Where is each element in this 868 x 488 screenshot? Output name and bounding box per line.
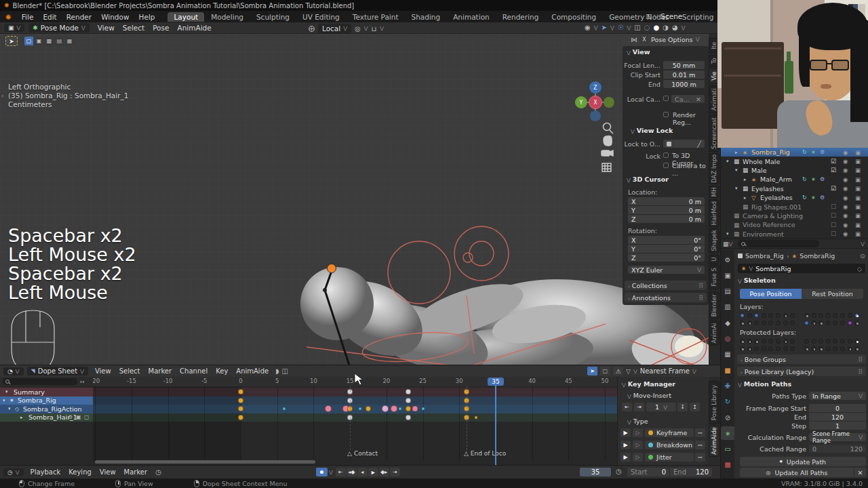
- cursor-section-header[interactable]: ⋁ 3D Cursor: [627, 176, 669, 183]
- render-camera-icon[interactable]: ▣: [855, 158, 861, 165]
- layer-toggle[interactable]: [804, 339, 809, 344]
- timeline-menu-playback[interactable]: Playback: [26, 468, 65, 476]
- outliner-row-eyelashes[interactable]: ▸▽Eyelashes↻∗⚙◉▣: [721, 193, 868, 202]
- layer-toggle[interactable]: [804, 346, 809, 351]
- workspace-tab-animation[interactable]: Animation: [447, 12, 496, 22]
- render-camera-icon[interactable]: ▣: [855, 185, 861, 192]
- keyframe[interactable]: [238, 398, 243, 403]
- collection-checkbox[interactable]: ☐: [831, 203, 836, 210]
- channel-arrow-icon[interactable]: ▾: [5, 389, 8, 394]
- layer-toggle[interactable]: [754, 313, 759, 318]
- delete-trash-icon[interactable]: ⎓: [695, 441, 705, 449]
- collapse-arrow-icon[interactable]: ▾: [726, 159, 729, 164]
- collection-checkbox[interactable]: ☐: [831, 230, 836, 237]
- mode-dropdown[interactable]: ✱ Pose Mode ⋁: [28, 23, 90, 33]
- cursor-rotation-z[interactable]: Z0°: [628, 253, 705, 262]
- pose-icon[interactable]: ∗: [811, 176, 816, 182]
- layer-toggle[interactable]: [854, 313, 859, 318]
- hide-eye-icon[interactable]: ◉: [843, 195, 848, 201]
- layer-grid-row[interactable]: [740, 312, 797, 318]
- pivot-icon[interactable]: ◎: [355, 25, 361, 33]
- key-type-field[interactable]: Keyframe: [645, 428, 694, 437]
- workspace-tab-scripting[interactable]: Scripting: [676, 12, 720, 22]
- layer-toggle[interactable]: [790, 313, 795, 318]
- layer-toggle[interactable]: [840, 321, 845, 325]
- viewport-menu-view[interactable]: View: [94, 24, 119, 32]
- layer-toggle[interactable]: [747, 313, 752, 318]
- cursor-rotation-y[interactable]: Y0°: [628, 245, 705, 253]
- layer-grid-row[interactable]: [804, 319, 862, 325]
- layer-toggle[interactable]: [790, 346, 795, 351]
- hide-eye-icon[interactable]: ◉: [843, 167, 848, 174]
- dope-tab-pose-library[interactable]: Pose Library: [709, 381, 719, 424]
- calculation-range-dropdown[interactable]: Scene Frame Range⋁: [809, 433, 866, 441]
- outliner-row-video-reference[interactable]: ▦Video Reference☐◉▣: [721, 220, 868, 229]
- layer-toggle[interactable]: [833, 313, 837, 318]
- lock-3d-cursor-checkbox[interactable]: [663, 152, 669, 158]
- dope-menu-channel[interactable]: Channel: [176, 367, 212, 375]
- outliner-label[interactable]: Camera & Lighting: [743, 212, 803, 220]
- menu-render[interactable]: Render: [62, 13, 96, 21]
- bone-groups-section-header[interactable]: › Bone Groups⠿: [737, 354, 866, 364]
- menu-file[interactable]: File: [17, 13, 39, 21]
- collection-checkbox[interactable]: ☐: [831, 212, 836, 219]
- layer-toggle[interactable]: [848, 346, 852, 351]
- layer-grid-row[interactable]: [740, 319, 797, 325]
- channel-arrow-icon[interactable]: ▾: [8, 406, 11, 411]
- layer-toggle[interactable]: [776, 339, 781, 344]
- constraint-icon[interactable]: ⚙: [820, 176, 825, 182]
- paths-type-dropdown[interactable]: In Range⋁: [809, 392, 866, 400]
- keyframe[interactable]: [391, 405, 397, 412]
- dope-menu-marker[interactable]: Marker: [144, 367, 176, 375]
- focal-length-field[interactable]: 50 mm: [663, 61, 705, 69]
- jump-start-button[interactable]: ⇤: [336, 468, 346, 476]
- constraint-icon[interactable]: ⚙: [820, 149, 825, 155]
- layer-toggle[interactable]: [740, 346, 745, 351]
- clip-start-field[interactable]: 0.01 m: [663, 70, 705, 79]
- layer-toggle[interactable]: [804, 313, 809, 318]
- select-keys-icon[interactable]: ▶: [620, 428, 631, 437]
- move-insert-header[interactable]: ⋁ Move-Insert: [627, 392, 671, 399]
- collapse-arrow-icon[interactable]: ▾: [735, 167, 738, 173]
- animation-icon[interactable]: ↻: [802, 176, 807, 182]
- cursor-location-z[interactable]: Z0 m: [628, 215, 705, 223]
- playhead-line[interactable]: [495, 385, 496, 466]
- layer-toggle[interactable]: [768, 313, 773, 318]
- keyframe[interactable]: [474, 415, 477, 419]
- layer-toggle[interactable]: [848, 321, 852, 325]
- orientation-dropdown[interactable]: Local⋁: [318, 24, 351, 33]
- current-frame-field[interactable]: 35: [580, 468, 611, 476]
- local-camera-field[interactable]: Ca...✕: [671, 95, 705, 103]
- layer-toggle[interactable]: [840, 346, 845, 351]
- type-section-header[interactable]: ⋁ Type: [627, 418, 648, 425]
- render-camera-icon[interactable]: ▣: [855, 212, 861, 219]
- hide-eye-icon[interactable]: ◉: [843, 203, 848, 210]
- update-all-paths-button[interactable]: ◎Update All Paths: [740, 468, 854, 477]
- channel-label[interactable]: Summary: [14, 388, 45, 396]
- layer-toggle[interactable]: [804, 321, 809, 325]
- move-amount-field[interactable]: 1⋁: [646, 403, 676, 411]
- view-lock-section-header[interactable]: ⋁ View Lock: [631, 127, 673, 134]
- hide-eye-icon[interactable]: ◉: [843, 149, 848, 156]
- delete-trash-icon[interactable]: ⎓: [695, 453, 705, 462]
- sidebar-tab-u[interactable]: U: [709, 255, 719, 264]
- outliner-row-rig-shapes-001[interactable]: ▦Rig Shapes.001☐◉▣: [721, 202, 868, 211]
- outliner-row-whole-male[interactable]: ▾▦Whole Male☑◉▣: [721, 157, 868, 165]
- properties-tab-view-layer[interactable]: ▥: [721, 300, 734, 314]
- channel-label[interactable]: Sombra_RigAction: [23, 405, 82, 413]
- deselect-keys-icon[interactable]: ▷: [633, 453, 643, 462]
- layer-toggle[interactable]: [776, 313, 781, 318]
- collection-checkbox[interactable]: ☐: [831, 222, 836, 228]
- properties-tab-scene[interactable]: ◆: [721, 316, 734, 329]
- select-mode-extend-icon[interactable]: ▣: [35, 37, 43, 45]
- collection-checkbox[interactable]: ☑: [831, 158, 836, 165]
- layer-toggle[interactable]: [768, 346, 773, 351]
- next-keyframe-button[interactable]: ◆▸: [379, 468, 389, 476]
- render-camera-icon[interactable]: ▣: [855, 149, 861, 156]
- key-type-field[interactable]: Breakdown: [645, 441, 694, 449]
- outliner-label[interactable]: Video Reference: [743, 221, 795, 228]
- dope-menu-animaide[interactable]: AnimAide: [232, 367, 273, 375]
- play-button[interactable]: ▸: [368, 468, 378, 476]
- render-camera-icon[interactable]: ▣: [855, 176, 861, 183]
- channel-sombra-hair-1[interactable]: ▸Sombra_Hair_1⚙▣▢: [0, 413, 93, 422]
